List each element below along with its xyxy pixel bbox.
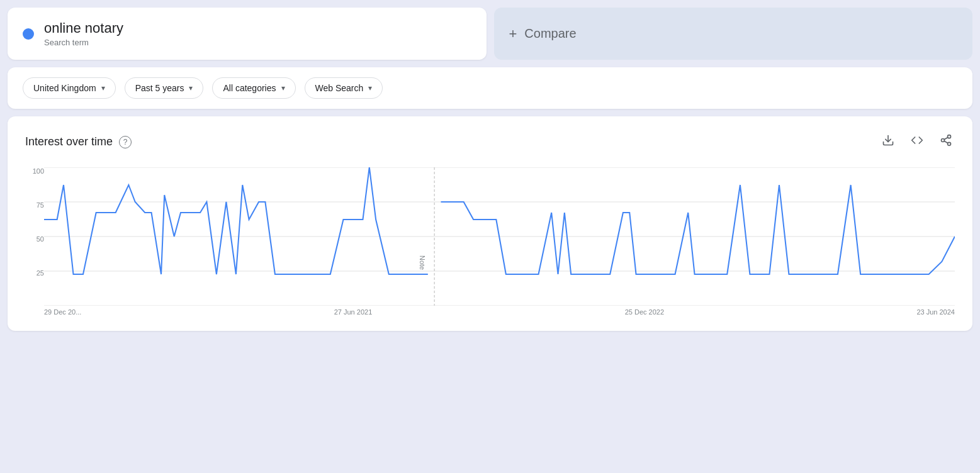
region-chevron-icon: ▾ <box>101 84 105 92</box>
category-filter-label: All categories <box>223 83 276 93</box>
time-filter-label: Past 5 years <box>135 83 184 93</box>
y-label-100: 100 <box>25 167 44 175</box>
chart-container: 100 75 50 25 Note <box>25 167 955 316</box>
compare-card[interactable]: + Compare <box>494 8 973 60</box>
y-label-25: 25 <box>25 269 44 277</box>
y-label-75: 75 <box>25 201 44 209</box>
svg-line-4 <box>944 141 948 143</box>
interest-over-time-card: Interest over time ? <box>8 116 972 331</box>
search-type-chevron-icon: ▾ <box>368 84 372 92</box>
svg-text:Note: Note <box>419 255 426 270</box>
x-label-jun21: 27 Jun 2021 <box>334 308 373 316</box>
region-filter[interactable]: United Kingdom ▾ <box>23 77 116 99</box>
help-icon[interactable]: ? <box>119 136 132 148</box>
search-title: online notary <box>44 20 123 36</box>
x-label-dec22: 25 Dec 2022 <box>625 308 664 316</box>
y-axis: 100 75 50 25 <box>25 167 44 316</box>
download-button[interactable] <box>879 131 897 152</box>
y-label-50: 50 <box>25 235 44 243</box>
search-type-filter-label: Web Search <box>315 83 364 93</box>
chart-header: Interest over time ? <box>25 131 955 152</box>
chart-actions <box>879 131 955 152</box>
search-term-card: online notary Search term <box>8 8 487 60</box>
search-dot-indicator <box>23 28 34 40</box>
compare-plus-icon: + <box>509 26 517 42</box>
embed-button[interactable] <box>908 131 926 152</box>
time-filter[interactable]: Past 5 years ▾ <box>125 77 204 99</box>
filters-bar: United Kingdom ▾ Past 5 years ▾ All cate… <box>8 67 972 109</box>
search-type-filter[interactable]: Web Search ▾ <box>305 77 383 99</box>
chart-plot-area: Note 29 Dec 20... 27 Jun 2021 25 Dec 202… <box>44 167 955 316</box>
share-button[interactable] <box>937 131 955 152</box>
x-label-dec20: 29 Dec 20... <box>44 308 81 316</box>
x-label-jun24: 23 Jun 2024 <box>916 308 955 316</box>
svg-line-5 <box>944 137 948 139</box>
compare-label: Compare <box>524 26 576 41</box>
search-subtitle: Search term <box>44 38 123 47</box>
x-axis: 29 Dec 20... 27 Jun 2021 25 Dec 2022 23 … <box>44 308 955 316</box>
chart-svg: Note <box>44 167 955 306</box>
category-filter[interactable]: All categories ▾ <box>212 77 295 99</box>
chart-title: Interest over time <box>25 135 113 148</box>
time-chevron-icon: ▾ <box>189 84 193 92</box>
category-chevron-icon: ▾ <box>281 84 285 92</box>
chart-title-group: Interest over time ? <box>25 135 132 148</box>
search-text-group: online notary Search term <box>44 20 123 47</box>
region-filter-label: United Kingdom <box>33 83 96 93</box>
